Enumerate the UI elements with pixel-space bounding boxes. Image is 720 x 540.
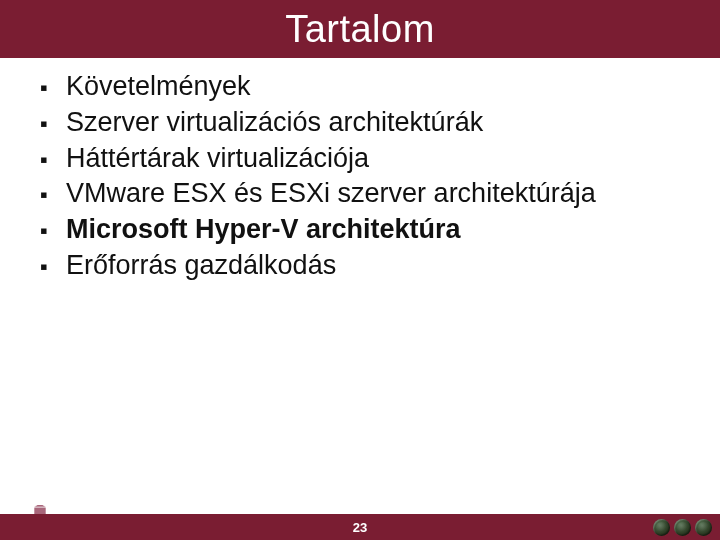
bullet-icon: ▪ — [40, 181, 66, 209]
bullet-icon: ▪ — [40, 253, 66, 281]
bullet-text: Erőforrás gazdálkodás — [66, 249, 336, 283]
bullet-text: Szerver virtualizációs architektúrák — [66, 106, 483, 140]
badge-icon — [674, 519, 691, 536]
bullet-list: ▪ Követelmények ▪ Szerver virtualizációs… — [40, 70, 680, 283]
bullet-text: Követelmények — [66, 70, 251, 104]
footer-band: 23 — [0, 514, 720, 540]
bullet-text: VMware ESX és ESXi szerver architektúráj… — [66, 177, 596, 211]
badge-icon — [695, 519, 712, 536]
list-item: ▪ Microsoft Hyper-V architektúra — [40, 213, 680, 247]
bullet-icon: ▪ — [40, 217, 66, 245]
bullet-text: Microsoft Hyper-V architektúra — [66, 213, 461, 247]
badge-icon — [653, 519, 670, 536]
content-area: ▪ Követelmények ▪ Szerver virtualizációs… — [40, 70, 680, 285]
slide: Tartalom ▪ Követelmények ▪ Szerver virtu… — [0, 0, 720, 540]
list-item: ▪ Erőforrás gazdálkodás — [40, 249, 680, 283]
title-band: Tartalom — [0, 0, 720, 58]
footer-badges — [653, 519, 712, 536]
list-item: ▪ Háttértárak virtualizációja — [40, 142, 680, 176]
page-number: 23 — [353, 520, 367, 535]
bullet-text: Háttértárak virtualizációja — [66, 142, 369, 176]
bullet-icon: ▪ — [40, 110, 66, 138]
slide-title: Tartalom — [285, 8, 435, 51]
list-item: ▪ Követelmények — [40, 70, 680, 104]
list-item: ▪ VMware ESX és ESXi szerver architektúr… — [40, 177, 680, 211]
bullet-icon: ▪ — [40, 74, 66, 102]
list-item: ▪ Szerver virtualizációs architektúrák — [40, 106, 680, 140]
bullet-icon: ▪ — [40, 146, 66, 174]
